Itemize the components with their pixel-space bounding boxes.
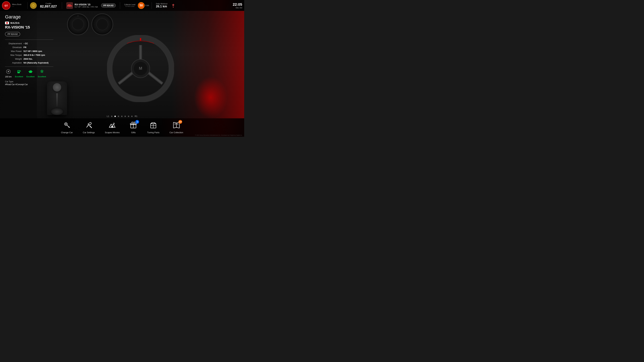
bottom-nav-collection[interactable]: 437 Car Collection <box>170 121 183 134</box>
daily-workout-label: Daily Workout <box>156 3 167 5</box>
bottom-nav-gifts[interactable]: 3 Gifts <box>130 121 137 134</box>
page-dot-4[interactable] <box>121 116 122 117</box>
daily-workout-section: Daily Workout 26.1 km <box>156 3 167 8</box>
gifts-label: Gifts <box>131 131 136 134</box>
collection-icon: 437 <box>173 121 180 130</box>
page-nav-right: R1 <box>135 115 138 117</box>
tire-status: Excellent <box>38 76 46 78</box>
svg-rect-35 <box>28 71 30 72</box>
svg-rect-24 <box>173 6 174 7</box>
nav-pp-badge: PP 624.62 <box>101 3 116 7</box>
specs-table: Displacement - CC Drivetrain FR Max Powe… <box>5 42 66 64</box>
svg-line-60 <box>174 123 176 124</box>
condition-row: 193 km Excellent <box>5 69 66 78</box>
engine-status: Excellent <box>26 76 34 78</box>
car-settings-icon <box>85 121 92 130</box>
weight-label: Weight <box>5 58 22 60</box>
collection-label: Car Collection <box>170 131 183 134</box>
displacement-value: - CC <box>22 42 66 45</box>
svg-rect-36 <box>32 71 32 72</box>
engine-icon <box>28 69 33 75</box>
svg-rect-43 <box>69 127 70 128</box>
condition-odometer: 193 km <box>5 69 12 78</box>
menu-book-label: Menu Book <box>12 3 22 5</box>
svg-rect-12 <box>140 38 141 40</box>
drivetrain-value: FR <box>22 46 66 49</box>
car-type-label: Car Type: <box>5 80 66 83</box>
credits-value: 82,897,027 <box>40 4 57 8</box>
fuel-status: Excellent <box>15 76 23 78</box>
drivetrain-label: Drivetrain <box>5 46 22 49</box>
bottom-nav: Change Car Car Settings S <box>0 118 244 137</box>
nav-car-icon <box>66 2 73 9</box>
menu-book-value: --- <box>12 5 22 8</box>
scapes-icon <box>108 121 116 130</box>
svg-text:!: ! <box>42 71 42 72</box>
spec-drivetrain: Drivetrain FR <box>5 46 66 49</box>
displacement-label: Displacement <box>5 42 22 45</box>
weight-value: 2844 lbs. <box>22 58 66 60</box>
page-dot-1[interactable] <box>111 116 112 117</box>
bottom-nav-change-car[interactable]: Change Car <box>61 121 73 134</box>
page-dot-2[interactable] <box>114 116 116 117</box>
page-dot-6[interactable] <box>128 116 129 117</box>
credits-label: Credits <box>46 2 51 4</box>
spec-max-power: Max Power 517 HP / 8800 rpm <box>5 50 66 52</box>
car-settings-label: Car Settings <box>83 131 95 134</box>
page-indicators: L1 R1 <box>107 115 137 117</box>
gifts-icon: 3 <box>130 121 137 130</box>
nav-car-info: RX-VISION '15 517 HP / 2844 lbs. / FR / … <box>75 3 98 8</box>
spec-max-torque: Max Torque 360.8 ft-lb / 7500 rpm <box>5 54 66 56</box>
bottom-nav-car-settings[interactable]: Car Settings <box>83 121 95 134</box>
specs-divider-1 <box>5 39 53 40</box>
max-torque-label: Max Torque <box>5 54 22 56</box>
max-torque-value: 360.8 ft-lb / 7500 rpm <box>22 54 66 56</box>
page-dot-7[interactable] <box>131 116 133 117</box>
car-country: MAZDA <box>5 22 66 24</box>
collector-pts: 0 pts <box>146 4 149 6</box>
spec-weight: Weight 2844 lbs. <box>5 58 66 60</box>
bottom-nav-scapes[interactable]: Scapes Movies <box>105 121 120 134</box>
car-type-section: Car Type: #Road Car #Concept Car <box>5 80 66 86</box>
tire-icon: ! <box>40 69 44 75</box>
garage-title: Garage <box>5 14 66 19</box>
svg-rect-48 <box>111 126 113 127</box>
current-date: Dec 3rd <box>236 7 242 9</box>
bottom-nav-tuning[interactable]: Tuning Parts <box>147 121 159 134</box>
nav-car-name: RX-VISION '15 <box>75 3 98 6</box>
svg-point-46 <box>113 123 114 124</box>
max-power-label: Max Power <box>5 50 22 52</box>
max-power-value: 517 HP / 8800 rpm <box>22 50 66 52</box>
credits-section: Credits 82,897,027 <box>40 2 57 8</box>
aspiration-value: NA (Naturally Aspirated) <box>22 61 66 64</box>
svg-line-61 <box>174 124 176 125</box>
svg-text:GT: GT <box>4 4 8 7</box>
svg-point-50 <box>113 127 113 128</box>
nav-car-specs: 517 HP / 2844 lbs. / FR / NA <box>75 6 98 8</box>
page-nav-left: L1 <box>107 115 109 117</box>
svg-rect-34 <box>31 70 32 71</box>
svg-marker-23 <box>172 3 174 6</box>
page-dot-3[interactable] <box>118 116 119 117</box>
tuning-label: Tuning Parts <box>147 131 159 134</box>
svg-text:GT: GT <box>32 5 34 6</box>
condition-tires: ! Excellent <box>38 69 46 78</box>
current-time: 22:05 <box>233 2 242 7</box>
svg-line-44 <box>90 126 92 128</box>
nav-divider-1 <box>27 2 28 9</box>
page-dot-5[interactable] <box>124 116 126 117</box>
svg-rect-29 <box>18 70 20 72</box>
scapes-label: Scapes Movies <box>105 131 120 134</box>
change-car-label: Change Car <box>61 131 73 134</box>
svg-rect-42 <box>68 127 70 127</box>
daily-workout-value: 26.1 km <box>156 5 167 8</box>
svg-point-49 <box>111 127 112 128</box>
svg-point-22 <box>71 6 72 7</box>
nav-divider-4 <box>152 2 152 9</box>
flag-circle <box>6 22 8 24</box>
top-nav: GT Menu Book --- GT Credits 82,897,027 <box>0 0 244 11</box>
collector-level-section: Collector Level To Next Level <box>124 4 135 7</box>
fuel-icon <box>17 69 22 75</box>
collector-next-label: To Next Level <box>125 5 134 7</box>
car-brand: MAZDA <box>10 22 20 24</box>
